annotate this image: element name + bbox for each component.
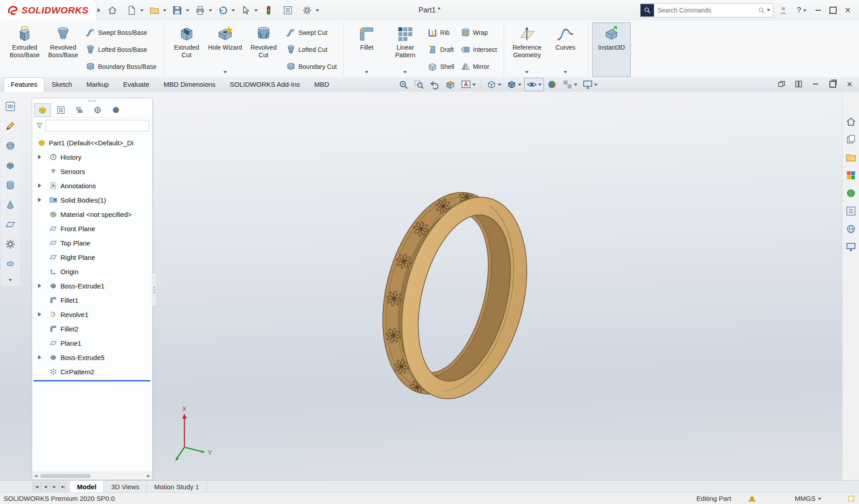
- intersect-button[interactable]: Intersect: [458, 44, 500, 55]
- new-document-caret-icon[interactable]: [140, 9, 144, 13]
- gear-tool-button[interactable]: [4, 237, 17, 251]
- hole-wizard-caret-icon[interactable]: [223, 71, 227, 75]
- tree-item-annotations[interactable]: Annotations: [32, 178, 152, 193]
- expand-arrow-icon[interactable]: [38, 155, 43, 159]
- hole-wizard-button[interactable]: Hole Wizard: [206, 22, 244, 77]
- shell-button[interactable]: Shell: [425, 61, 456, 72]
- open-button[interactable]: [146, 3, 163, 18]
- appearances-scenes-button[interactable]: [844, 186, 857, 199]
- login-button[interactable]: [775, 3, 792, 18]
- capsule-tool-button[interactable]: [4, 257, 17, 271]
- panel-drag-grip[interactable]: [32, 98, 152, 103]
- lofted-cut-button[interactable]: Lofted Cut: [284, 44, 339, 55]
- tree-item-plane1[interactable]: Plane1: [32, 336, 152, 350]
- tab-solidworks-add-ins[interactable]: SOLIDWORKS Add-Ins: [222, 77, 307, 92]
- tree-filter-input[interactable]: [46, 120, 149, 131]
- mirror-button[interactable]: Mirror: [458, 61, 500, 72]
- tree-item-origin[interactable]: Origin: [32, 264, 152, 279]
- panel-splitter-handle[interactable]: [152, 273, 157, 307]
- tree-item-fillet2[interactable]: Fillet2: [32, 322, 152, 336]
- curves-button[interactable]: Curves: [546, 22, 585, 77]
- select-caret-icon[interactable]: [254, 9, 258, 13]
- file-explorer-button[interactable]: [844, 151, 857, 164]
- extruded-boss-base-button[interactable]: Extruded Boss/Base: [5, 22, 44, 77]
- boundary-boss-base-button[interactable]: Boundary Boss/Base: [83, 61, 159, 72]
- more-tools-caret-icon[interactable]: [9, 279, 12, 283]
- swept-boss-base-button[interactable]: Swept Boss/Base: [83, 27, 159, 38]
- tab-model[interactable]: Model: [69, 481, 104, 493]
- view-palette-button[interactable]: [844, 169, 857, 182]
- lofted-boss-base-button[interactable]: Lofted Boss/Base: [83, 44, 159, 55]
- tree-item-material[interactable]: Material <not specified>: [32, 207, 152, 221]
- tab-3d-views[interactable]: 3D Views: [104, 481, 147, 493]
- view-orientation-button[interactable]: [484, 78, 504, 91]
- tab-sketch[interactable]: Sketch: [44, 77, 79, 92]
- view-settings-button[interactable]: [580, 78, 600, 91]
- fillet-button[interactable]: Fillet: [347, 22, 386, 77]
- note-tag-icon[interactable]: [847, 495, 855, 503]
- maximize-button[interactable]: [826, 3, 840, 18]
- unit-system-selector[interactable]: MMGS: [795, 495, 821, 502]
- extruded-cut-button[interactable]: Extruded Cut: [167, 22, 206, 77]
- scroll-right-icon[interactable]: ▶: [145, 474, 152, 478]
- undo-caret-icon[interactable]: [231, 9, 235, 13]
- swept-cut-button[interactable]: Swept Cut: [284, 27, 339, 38]
- tree-item-sensors[interactable]: Sensors: [32, 164, 152, 178]
- doc-minimize-button[interactable]: [811, 79, 821, 89]
- tree-item-top-plane[interactable]: Top Plane: [32, 236, 152, 250]
- tab-features[interactable]: Features: [4, 77, 44, 92]
- ring-model[interactable]: [362, 176, 547, 415]
- scroll-prev-icon[interactable]: ◀: [41, 482, 50, 491]
- dimxpertmanager-tab[interactable]: [89, 103, 106, 117]
- tree-item-revolve1[interactable]: Revolve1: [32, 307, 152, 322]
- reference-geometry-caret-icon[interactable]: [525, 71, 529, 75]
- expand-arrow-icon[interactable]: [38, 355, 43, 360]
- scroll-next-icon[interactable]: ▶: [50, 482, 59, 491]
- draft-button[interactable]: Draft: [425, 44, 456, 55]
- close-button[interactable]: ×: [841, 3, 855, 18]
- edit-appearance-button[interactable]: [544, 78, 560, 91]
- zoom-to-fit-button[interactable]: [396, 78, 411, 91]
- expand-arrow-icon[interactable]: [38, 284, 43, 288]
- minimize-button[interactable]: [812, 3, 825, 18]
- rebuild-button[interactable]: [260, 3, 277, 18]
- search-caret-icon[interactable]: [767, 9, 770, 13]
- zoom-to-area-button[interactable]: [411, 78, 427, 91]
- revolved-cut-button[interactable]: Revolved Cut: [244, 22, 283, 77]
- search-input[interactable]: [654, 7, 758, 14]
- doc-restore-button[interactable]: [828, 79, 838, 89]
- featuremanager-tab[interactable]: [34, 103, 51, 117]
- tab-mbd[interactable]: MBD: [307, 77, 336, 92]
- scroll-first-icon[interactable]: |◀: [32, 482, 41, 491]
- propertymanager-tab[interactable]: [52, 103, 69, 117]
- boundary-cut-button[interactable]: Boundary Cut: [284, 61, 339, 72]
- file-properties-button[interactable]: [279, 3, 296, 18]
- design-library-button[interactable]: [844, 133, 857, 146]
- plane-tool-button[interactable]: [4, 218, 17, 231]
- tree-item-cirpattern2[interactable]: CirPattern2: [32, 364, 152, 379]
- undo-button[interactable]: [214, 3, 231, 18]
- print-caret-icon[interactable]: [209, 9, 212, 13]
- tree-item-part1[interactable]: Part1 (Default<<Default>_Di: [32, 136, 152, 150]
- save-caret-icon[interactable]: [186, 9, 189, 13]
- new-document-button[interactable]: [123, 3, 140, 18]
- help-button[interactable]: ?: [793, 3, 810, 18]
- scroll-last-icon[interactable]: ▶|: [59, 482, 68, 491]
- hide-show-items-button[interactable]: [524, 78, 544, 91]
- search-commands-box[interactable]: [640, 3, 774, 17]
- linear-pattern-button[interactable]: Linear Pattern: [386, 22, 424, 77]
- print-button[interactable]: [192, 3, 209, 18]
- wrap-button[interactable]: Wrap: [458, 27, 500, 38]
- toolbar-flyout-icon[interactable]: [98, 8, 103, 13]
- scrollbar-thumb[interactable]: [40, 474, 90, 478]
- forum-button[interactable]: [844, 222, 857, 235]
- fillet-caret-icon[interactable]: [365, 71, 368, 75]
- expand-arrow-icon[interactable]: [38, 183, 43, 188]
- cascade-windows-button[interactable]: [777, 79, 786, 89]
- tree-item-boss-extrude5[interactable]: Boss-Extrude5: [32, 350, 152, 364]
- options-button[interactable]: [299, 3, 316, 18]
- instant3d-button[interactable]: Instant3D: [592, 22, 631, 77]
- configurationmanager-tab[interactable]: [71, 103, 88, 117]
- dynamic-annotation-views-button[interactable]: [458, 78, 478, 91]
- apply-scene-button[interactable]: [560, 78, 580, 91]
